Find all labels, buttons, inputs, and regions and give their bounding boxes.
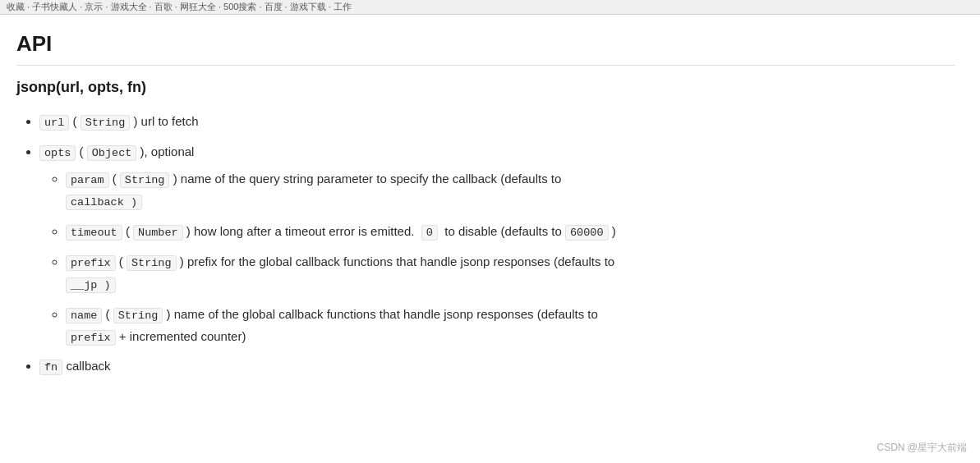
inline-code: Number bbox=[133, 225, 183, 241]
list-item: name ( String ) name of the global callb… bbox=[66, 304, 955, 348]
top-bar-text: 收藏 · 子书快藏人 · 京示 · 游戏大全 · 百歌 · 网狂大全 · 500… bbox=[7, 1, 352, 13]
inline-code: String bbox=[113, 308, 163, 323]
param-name-opts: opts bbox=[39, 145, 76, 161]
sub-param-code-prefix: prefix bbox=[66, 330, 116, 346]
api-section: jsonp(url, opts, fn) url ( String ) url … bbox=[16, 79, 955, 378]
sub-param-desc-name: ( String ) name of the global callback f… bbox=[106, 307, 598, 321]
sub-param-list: param ( String ) name of the query strin… bbox=[39, 168, 955, 348]
sub-param-name-prefix: prefix bbox=[66, 255, 116, 271]
top-bar: 收藏 · 子书快藏人 · 京示 · 游戏大全 · 百歌 · 网狂大全 · 500… bbox=[0, 0, 980, 15]
main-content: API jsonp(url, opts, fn) url ( String ) … bbox=[0, 15, 980, 410]
list-item: fn callback bbox=[39, 355, 955, 378]
sub-param-code-jp: __jp ) bbox=[66, 277, 116, 293]
inline-code-zero: 0 bbox=[421, 225, 438, 241]
inline-code-60000: 60000 bbox=[565, 225, 609, 241]
page-title: API bbox=[16, 31, 955, 66]
api-signature: jsonp(url, opts, fn) bbox=[16, 79, 955, 96]
sub-param-desc-param: ( String ) name of the query string para… bbox=[113, 172, 562, 186]
list-item: timeout ( Number ) how long after a time… bbox=[66, 221, 955, 243]
sub-param-name-timeout: timeout bbox=[66, 225, 122, 241]
sub-param-name-param: param bbox=[66, 172, 109, 188]
param-name-url: url bbox=[39, 115, 69, 131]
list-item: param ( String ) name of the query strin… bbox=[66, 168, 955, 213]
list-item: url ( String ) url to fetch bbox=[39, 111, 955, 133]
inline-code: String bbox=[120, 172, 170, 188]
param-desc-fn: callback bbox=[66, 359, 110, 373]
watermark: CSDN @星宇大前端 bbox=[876, 441, 967, 455]
inline-code: String bbox=[127, 255, 177, 271]
inline-code: Object bbox=[87, 145, 137, 161]
sub-param-desc-timeout: ( Number ) how long after a timeout erro… bbox=[126, 224, 616, 238]
param-type-url: ( String ) url to fetch bbox=[72, 114, 198, 128]
sub-param-desc-name2: + incremented counter) bbox=[119, 329, 246, 343]
param-desc-opts: ( Object ), optional bbox=[80, 144, 195, 158]
sub-param-desc-prefix: ( String ) prefix for the global callbac… bbox=[119, 254, 614, 268]
list-item: opts ( Object ), optional param ( String… bbox=[39, 141, 955, 348]
param-name-fn: fn bbox=[39, 360, 62, 375]
inline-code: String bbox=[81, 115, 131, 131]
param-list: url ( String ) url to fetch opts ( Objec… bbox=[16, 111, 955, 378]
sub-param-code-callback: callback ) bbox=[66, 195, 142, 210]
list-item: prefix ( String ) prefix for the global … bbox=[66, 251, 955, 296]
sub-param-name-name: name bbox=[66, 308, 102, 323]
